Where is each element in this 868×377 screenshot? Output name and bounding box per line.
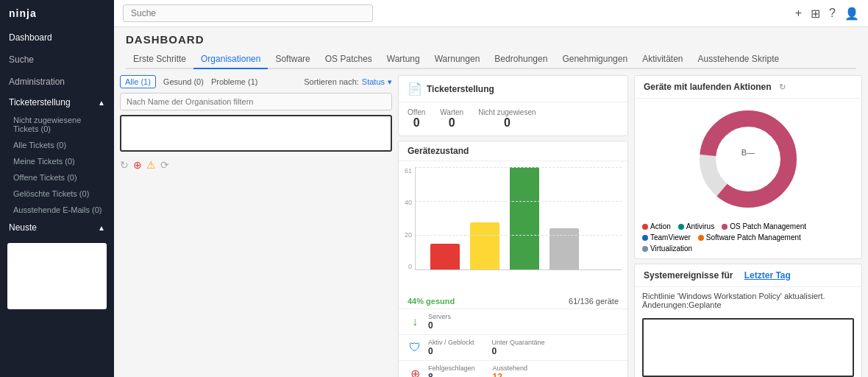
bar-yellow [470,222,499,269]
grid-icon[interactable]: ⊞ [811,7,820,21]
tab-ausstehende-skripte[interactable]: Ausstehende Skripte [690,50,786,69]
ticketerstellung-header: 📄 Ticketerstellung [399,76,627,102]
legend-dot-teamviewer [642,235,648,241]
legend-dot-software-patch [698,235,704,241]
legend-dot-action [642,224,648,230]
refresh-spin-icon: ↻ [779,82,786,92]
logo-text: ninja [9,7,37,19]
logo: ninja [0,0,114,27]
content-area: DASHBOARD Erste Schritte Organisationen … [114,27,868,377]
legend-teamviewer: TeamViewer [642,233,691,242]
dashboard-tabs: Erste Schritte Organisationen Software O… [126,50,856,69]
dashboard-title: DASHBOARD [126,33,856,46]
systemereignisse-header: Systemereignisse für Letzter Tag [635,264,861,287]
sidebar-item-suche[interactable]: Suche [0,49,114,71]
warning-icon: ⊕ [133,159,142,171]
neuste-preview-box [7,243,107,309]
tab-erste-schritte[interactable]: Erste Schritte [126,50,193,69]
device-stat-antivirus: 🛡 Aktiv / Geblockt 0 Unter Quarantäne 0 [399,334,627,360]
sidebar-item-nicht-zugewiesene[interactable]: Nicht zugewiesene Tickets (0) [0,112,114,137]
sidebar-item-dashboard[interactable]: Dashboard [0,27,114,49]
sidebar-item-geloeschte-tickets[interactable]: Gelöschte Tickets (0) [0,186,114,202]
sort-value[interactable]: Status [362,77,385,86]
ticket-file-icon: 📄 [408,82,422,96]
filter-gesund[interactable]: Gesund (0) [163,77,204,86]
sort-chevron-icon[interactable]: ▾ [388,77,392,87]
svg-text:B—: B— [741,148,755,157]
sidebar-item-ausstehende-emails[interactable]: Ausstehende E-Mails (0) [0,202,114,218]
legend-dot-os-patch [722,224,728,230]
letzter-tag-link[interactable]: Letzter Tag [744,270,791,281]
ticket-stats: Offen 0 Warten 0 Nicht zugewiesen 0 [399,102,627,135]
bar-chart [416,167,622,269]
donut-container: B— [635,99,861,219]
donut-chart: B— [697,108,800,211]
tab-wartung[interactable]: Wartung [380,50,427,69]
chevron-up-icon: ▲ [98,99,105,107]
tab-organisationen[interactable]: Organisationen [193,50,268,69]
device-stat-patches: ⊕ Fehlgeschlagen 8 Ausstehend 12 [399,360,627,377]
tab-aktivitaeten[interactable]: Aktivitäten [635,50,690,69]
sidebar-item-meine-tickets[interactable]: Meine Tickets (0) [0,153,114,169]
geraete-aktionen-card: Geräte mit laufenden Aktionen ↻ B— [634,75,862,259]
main-content: + ⊞ ? 👤 DASHBOARD Erste Schritte Organis… [114,0,868,377]
device-stats: ↓ Servers 0 🛡 [399,309,627,377]
help-icon[interactable]: ? [829,7,836,20]
legend-action: Action [642,222,671,230]
ticketerstellung-card: 📄 Ticketerstellung Offen 0 Warten 0 [398,75,628,136]
org-row [120,115,392,152]
ticket-stat-offen: Offen 0 [408,108,425,130]
topbar: + ⊞ ? 👤 [114,0,868,27]
right-panel: Geräte mit laufenden Aktionen ↻ B— [634,75,862,360]
tab-bedrohungen[interactable]: Bedrohungen [487,50,555,69]
geraetezustand-card: Gerätezustand 61 40 20 0 [398,141,628,377]
sort-label: Sortieren nach: [304,77,359,86]
main-grid: Alle (1) Gesund (0) Probleme (1) Sortier… [114,75,868,366]
tab-os-patches[interactable]: OS Patches [318,50,380,69]
legend-antivirus: Antivirus [678,222,714,230]
filter-alle[interactable]: Alle (1) [120,75,156,88]
device-stat-servers: ↓ Servers 0 [399,309,627,334]
left-panel: Alle (1) Gesund (0) Probleme (1) Sortier… [120,75,392,360]
tab-software[interactable]: Software [268,50,317,69]
tab-warnungen[interactable]: Warnungen [427,50,488,69]
ticket-stat-warten: Warten 0 [440,108,463,130]
dashboard-header: DASHBOARD Erste Schritte Organisationen … [114,27,868,69]
legend-software-patch: Software Patch Management [698,233,801,242]
legend-os-patch: OS Patch Management [722,222,806,230]
sys-event-box [642,318,854,377]
sidebar-section-ticketerstellung[interactable]: Ticketerstellung ▲ [0,93,114,112]
plus-circle-icon: ⊕ [408,367,422,378]
filter-probleme[interactable]: Probleme (1) [211,77,258,86]
legend-virtualization: Virtualization [642,244,692,253]
topbar-icons: + ⊞ ? 👤 [795,7,859,21]
ticket-stat-nicht-zugewiesen: Nicht zugewiesen 0 [478,108,536,130]
donut-legend: Action Antivirus OS Patch Management [635,219,861,258]
user-icon[interactable]: 👤 [844,7,859,21]
bar-red [430,244,460,269]
sys-event-text: Richtlinie 'Windows Workstation Policy' … [635,287,861,314]
org-search-input[interactable] [120,93,392,110]
sidebar-item-offene-tickets[interactable]: Offene Tickets (0) [0,169,114,186]
sidebar-item-administration[interactable]: Administration [0,71,114,93]
filter-counts: Alle (1) Gesund (0) Probleme (1) [120,75,257,88]
legend-dot-antivirus [678,224,684,230]
sort-bar: Sortieren nach: Status ▾ [304,77,392,87]
search-input[interactable] [123,4,373,22]
add-icon[interactable]: + [795,7,802,20]
chart-container: 61 40 20 0 [399,161,627,294]
alert-icon: ⚠ [146,159,156,171]
refresh-icon: ⟳ [160,159,169,171]
geraete-aktionen-header: Geräte mit laufenden Aktionen ↻ [635,76,861,99]
geraetezustand-header: Gerätezustand [399,141,627,161]
chevron-up-icon-2: ▲ [98,224,105,232]
systemereignisse-card: Systemereignisse für Letzter Tag Richtli… [634,264,862,377]
mid-panel: 📄 Ticketerstellung Offen 0 Warten 0 [398,75,628,360]
shield-icon: 🛡 [408,341,422,354]
sidebar-section-neuste[interactable]: Neuste ▲ [0,218,114,237]
tab-genehmigungen[interactable]: Genehmigungen [555,50,635,69]
sidebar-item-alle-tickets[interactable]: Alle Tickets (0) [0,137,114,153]
bar-green [510,167,539,269]
y-axis: 61 40 20 0 [405,167,415,270]
download-icon: ↓ [408,315,422,328]
